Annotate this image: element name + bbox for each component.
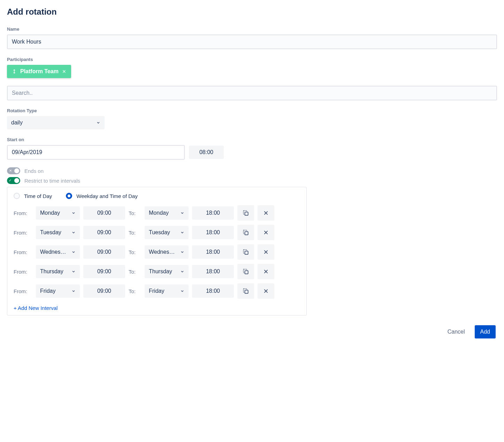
from-day-select[interactable]: Wednes… (36, 245, 80, 259)
add-interval-link[interactable]: + Add New Interval (14, 305, 58, 311)
to-time-select[interactable]: 18:00 (192, 265, 234, 278)
remove-participant-icon[interactable] (62, 69, 66, 74)
remove-interval-button[interactable] (258, 264, 274, 279)
from-time-select[interactable]: 09:00 (83, 245, 125, 259)
copy-interval-button[interactable] (237, 264, 254, 279)
from-time-select[interactable]: 09:00 (83, 206, 125, 220)
from-time-value: 09:00 (97, 249, 111, 255)
chevron-down-icon (180, 250, 184, 254)
copy-icon (242, 288, 249, 295)
close-icon (263, 269, 269, 274)
to-label: To: (129, 210, 141, 216)
radio-icon (66, 193, 72, 199)
chevron-down-icon (180, 289, 184, 293)
radio-weekday-time-label: Weekday and Time of Day (76, 193, 138, 199)
chevron-down-icon (71, 211, 76, 215)
interval-row: From: Monday 09:00 To: Monday 18:00 (14, 205, 300, 221)
remove-interval-button[interactable] (258, 283, 274, 299)
from-time-select[interactable]: 09:00 (83, 265, 125, 278)
chevron-down-icon (180, 269, 184, 274)
copy-interval-button[interactable] (237, 225, 254, 240)
start-on-label: Start on (7, 137, 497, 142)
to-time-select[interactable]: 18:00 (192, 245, 234, 259)
toggle-off-icon: ✕ (9, 169, 12, 173)
to-label: To: (129, 249, 141, 255)
close-icon (263, 249, 269, 255)
close-icon (263, 230, 269, 235)
from-time-select[interactable]: 09:00 (83, 284, 125, 298)
to-day-select[interactable]: Friday (145, 284, 189, 298)
participant-tag[interactable]: Platform Team (7, 65, 71, 78)
to-label: To: (129, 230, 141, 236)
chevron-down-icon (71, 230, 76, 235)
restrict-toggle[interactable]: ✓ (7, 177, 20, 184)
start-date-input[interactable] (7, 145, 185, 160)
from-label: From: (14, 210, 32, 216)
from-label: From: (14, 230, 32, 236)
from-day-select[interactable]: Thursday (36, 265, 80, 278)
to-day-select[interactable]: Tuesday (145, 226, 189, 239)
close-icon (263, 288, 269, 294)
copy-interval-button[interactable] (237, 244, 254, 260)
copy-icon (242, 268, 249, 275)
to-label: To: (129, 288, 141, 294)
start-time-select[interactable]: 08:00 (189, 146, 224, 159)
from-time-select[interactable]: 09:00 (83, 226, 125, 239)
from-day-value: Monday (40, 210, 60, 216)
from-time-value: 09:00 (97, 288, 111, 294)
remove-interval-button[interactable] (258, 225, 274, 240)
remove-interval-button[interactable] (258, 244, 274, 260)
chevron-down-icon (71, 269, 76, 274)
restrict-panel: Time of Day Weekday and Time of Day From… (7, 187, 307, 315)
to-day-value: Wednes… (149, 249, 175, 255)
participant-tag-label: Platform Team (20, 68, 59, 75)
to-day-value: Monday (149, 210, 169, 216)
to-day-value: Thursday (149, 268, 172, 275)
from-day-select[interactable]: Tuesday (36, 226, 80, 239)
to-time-select[interactable]: 18:00 (192, 284, 234, 298)
radio-time-of-day[interactable]: Time of Day (14, 193, 52, 199)
interval-row: From: Thursday 09:00 To: Thursday 18:00 (14, 264, 300, 279)
copy-interval-button[interactable] (237, 205, 254, 221)
participants-search-input[interactable] (7, 86, 497, 100)
from-time-value: 09:00 (97, 268, 111, 275)
to-day-select[interactable]: Monday (145, 206, 189, 220)
add-button[interactable]: Add (475, 325, 496, 338)
interval-row: From: Tuesday 09:00 To: Tuesday 18:00 (14, 225, 300, 240)
copy-interval-button[interactable] (237, 283, 254, 299)
to-time-value: 18:00 (206, 268, 220, 275)
from-day-select[interactable]: Monday (36, 206, 80, 220)
cancel-button[interactable]: Cancel (442, 325, 471, 338)
from-label: From: (14, 288, 32, 294)
restrict-label: Restrict to time intervals (24, 178, 80, 184)
svg-rect-9 (245, 290, 248, 294)
to-time-select[interactable]: 18:00 (192, 206, 234, 220)
to-day-select[interactable]: Wednes… (145, 245, 189, 259)
chevron-down-icon (71, 250, 76, 254)
chevron-down-icon (180, 230, 184, 235)
svg-rect-7 (245, 271, 248, 274)
to-day-select[interactable]: Thursday (145, 265, 189, 278)
copy-icon (242, 229, 249, 236)
ends-on-toggle[interactable]: ✕ (7, 167, 20, 174)
rotation-type-select[interactable]: daily (7, 116, 105, 129)
from-day-value: Wednes… (40, 249, 66, 255)
from-day-select[interactable]: Friday (36, 284, 80, 298)
svg-rect-1 (245, 212, 248, 215)
from-time-value: 09:00 (97, 229, 111, 236)
to-day-value: Friday (149, 288, 164, 294)
interval-row: From: Friday 09:00 To: Friday 18:00 (14, 283, 300, 299)
toggle-on-icon: ✓ (9, 179, 12, 182)
to-day-value: Tuesday (149, 229, 170, 236)
from-day-value: Tuesday (40, 229, 61, 236)
rotation-type-label: Rotation Type (7, 108, 497, 113)
remove-interval-button[interactable] (258, 205, 274, 221)
radio-weekday-time[interactable]: Weekday and Time of Day (66, 193, 138, 199)
name-input[interactable] (7, 35, 497, 49)
from-label: From: (14, 269, 32, 275)
svg-rect-5 (245, 251, 248, 254)
to-time-select[interactable]: 18:00 (192, 226, 234, 239)
copy-icon (242, 249, 249, 256)
copy-icon (242, 209, 249, 216)
to-time-value: 18:00 (206, 249, 220, 255)
